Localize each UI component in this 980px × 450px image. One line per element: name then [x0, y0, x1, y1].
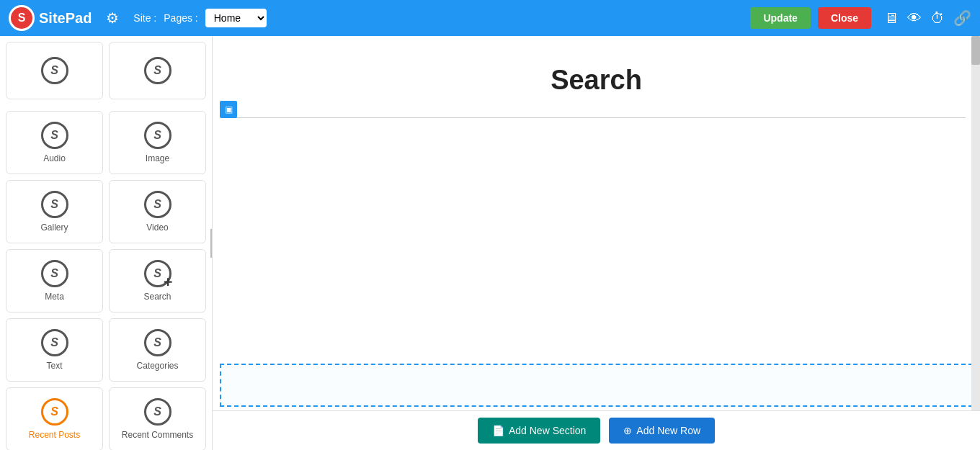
search-icon: S ✛: [144, 260, 172, 287]
widget-search[interactable]: S ✛ Search: [109, 249, 206, 312]
canvas-search-title: Search: [213, 36, 980, 117]
audio-icon: S: [41, 122, 68, 149]
sidebar-top-stub: S S: [0, 36, 212, 105]
widget-gallery[interactable]: S Gallery: [6, 180, 103, 243]
desktop-icon[interactable]: 🖥: [884, 10, 899, 27]
sidebar-widgets-grid: S Audio S Image S Gallery S Video S Meta: [0, 105, 212, 450]
categories-icon: S: [144, 329, 172, 356]
add-new-section-button[interactable]: 📄 Add New Section: [478, 418, 600, 444]
canvas-scrollbar-thumb: [971, 36, 980, 65]
bottom-action-bar: 📄 Add New Section ⊕ Add New Row: [213, 410, 980, 450]
widget-stub-1-icon: S: [41, 57, 68, 84]
gallery-icon: S: [41, 191, 68, 218]
widget-text[interactable]: S Text: [6, 318, 103, 382]
canvas-empty-area: [213, 118, 980, 334]
categories-label: Categories: [136, 361, 178, 371]
recent-comments-label: Recent Comments: [122, 430, 193, 440]
text-icon: S: [41, 329, 68, 356]
canvas-scrollbar[interactable]: [971, 36, 980, 450]
image-label: Image: [146, 153, 169, 163]
widget-audio[interactable]: S Audio: [6, 111, 103, 174]
widget-image[interactable]: S Image: [109, 111, 206, 174]
main-layout: S S S Audio S Image S Gall: [0, 36, 980, 450]
settings-button[interactable]: ⚙: [106, 9, 119, 27]
widget-meta[interactable]: S Meta: [6, 249, 103, 312]
recent-comments-icon: S: [144, 398, 172, 426]
history-icon[interactable]: ⏱: [930, 10, 945, 27]
close-button[interactable]: Close: [818, 7, 871, 29]
add-row-icon: ⊕: [623, 425, 632, 436]
meta-label: Meta: [45, 292, 64, 302]
header: S SitePad ⚙ Site : Pages : Home About Co…: [0, 0, 980, 36]
search-label: Search: [143, 292, 171, 302]
widget-categories[interactable]: S Categories: [109, 318, 206, 382]
add-row-label: Add New Row: [636, 425, 700, 436]
widget-recent-comments[interactable]: S Recent Comments: [109, 387, 206, 450]
widget-stub-1[interactable]: S: [6, 42, 103, 99]
image-icon: S: [144, 122, 172, 149]
recent-posts-label: Recent Posts: [29, 430, 80, 440]
update-button[interactable]: Update: [750, 7, 810, 29]
meta-icon: S: [41, 260, 68, 287]
add-new-row-button[interactable]: ⊕ Add New Row: [609, 418, 715, 444]
pages-select[interactable]: Home About Contact Blog: [205, 9, 267, 27]
canvas-drop-zone[interactable]: [220, 364, 973, 407]
logo-area: S SitePad: [9, 5, 92, 31]
preview-icon[interactable]: 👁: [907, 10, 922, 27]
gallery-label: Gallery: [40, 222, 68, 233]
section-block-indicator: ▣: [220, 101, 237, 118]
recent-posts-icon: S: [41, 398, 68, 426]
video-icon: S: [144, 191, 172, 218]
sidebar: S S S Audio S Image S Gall: [0, 36, 213, 450]
logo-icon: S: [9, 5, 35, 31]
header-icons: 🖥 👁 ⏱ 🔗: [884, 9, 971, 27]
pages-label: Pages :: [164, 12, 197, 24]
logo-text: SitePad: [39, 10, 92, 27]
add-section-icon: 📄: [492, 425, 504, 436]
add-section-label: Add New Section: [509, 425, 586, 436]
sitemap-icon[interactable]: 🔗: [953, 9, 971, 27]
canvas-area: ▣ Search 📄 Add New Section ⊕ Add New Row: [213, 36, 980, 450]
drag-cursor-icon: ✛: [164, 276, 172, 288]
site-label: Site :: [133, 12, 156, 24]
video-label: Video: [146, 222, 168, 233]
widget-video[interactable]: S Video: [109, 180, 206, 243]
widget-stub-2-icon: S: [144, 57, 172, 84]
widget-stub-2[interactable]: S: [109, 42, 206, 99]
audio-label: Audio: [43, 153, 66, 163]
text-label: Text: [46, 361, 62, 371]
widget-recent-posts[interactable]: S Recent Posts: [6, 387, 103, 450]
